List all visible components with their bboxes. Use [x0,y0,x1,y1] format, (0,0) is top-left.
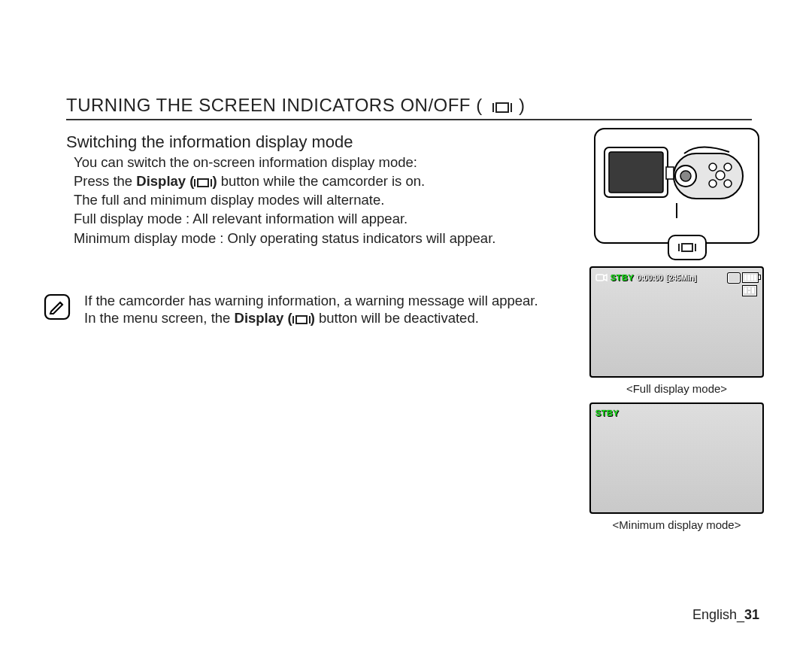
figure-column: STBY 0:00:00 [245Min] <Full display mode… [588,128,765,531]
display-icon [194,178,212,187]
display-icon [678,243,696,252]
body-line-2b: button while the camcorder is on. [221,173,425,189]
full-display-label: Full display mode [74,211,182,226]
display-label-a: Display ( [235,310,292,326]
note-line-1: If the camcorder has warning information… [84,292,538,309]
manual-page: TURNING THE SCREEN INDICATORS ON/OFF ( )… [0,0,812,653]
min-display-row: Minimum display mode : Only operating st… [74,229,555,247]
display-label-a: Display ( [136,173,194,189]
body-block: You can switch the on-screen information… [74,153,555,247]
remaining-time: [245Min] [666,274,697,282]
svg-point-7 [724,180,732,187]
body-line-2: Press the Display () button while the ca… [74,172,555,190]
note-line-2a: In the menu screen, the [84,310,235,326]
full-display-screen: STBY 0:00:00 [245Min] [589,266,764,378]
body-line-1: You can switch the on-screen information… [74,153,555,171]
note-line-2b: button will be deactivated. [319,310,479,326]
camera-mode-icon [595,272,607,283]
section-heading: TURNING THE SCREEN INDICATORS ON/OFF ( ) [66,95,526,116]
display-button-label: Display () [136,173,220,189]
display-label-b: ) [212,173,217,189]
display-icon [492,102,512,113]
page-footer: English_31 [692,607,759,623]
note-line-2: In the menu screen, the Display () butto… [84,309,538,326]
pencil-note-icon [44,293,71,320]
screen-status-row: STBY [595,409,758,418]
svg-rect-0 [45,295,69,319]
full-display-caption: <Full display mode> [626,382,727,395]
svg-point-6 [709,180,717,187]
battery-icon [743,273,758,282]
svg-point-4 [709,163,717,171]
body-line-3: The full and minimum display modes will … [74,191,555,208]
svg-rect-13 [596,275,604,281]
svg-point-3 [680,171,691,181]
display-icon [292,315,311,324]
display-button-callout [668,235,707,260]
full-display-desc: All relevant information will appear. [192,211,408,226]
display-label-b: ) [311,310,315,326]
svg-rect-11 [666,167,674,179]
camcorder-illustration [594,128,759,244]
footer-page-number: 31 [744,607,759,622]
thumbnail-grid-icon [743,286,756,296]
svg-rect-10 [609,152,663,193]
elapsed-time: 0:00:00 [637,274,662,282]
screen-status-row: STBY 0:00:00 [245Min] [595,272,758,283]
min-display-desc: Only operating status indicators will ap… [228,230,496,246]
full-display-row: Full display mode : All relevant informa… [74,210,555,227]
sep: : [216,230,227,246]
heading-text-a: TURNING THE SCREEN INDICATORS ON/OFF ( [66,95,483,115]
note-icon [44,293,71,323]
stby-indicator: STBY [595,409,619,418]
minimum-display-caption: <Minimum display mode> [613,518,741,531]
minimum-display-screen: STBY [589,402,764,514]
footer-lang: English [692,607,737,622]
display-button-label: Display () [235,310,319,326]
heading-text-b: ) [519,95,526,115]
body-line-2a: Press the [74,173,136,189]
sep: : [182,211,192,226]
svg-point-5 [724,163,732,171]
section-heading-row: TURNING THE SCREEN INDICATORS ON/OFF ( ) [66,95,752,120]
min-display-label: Minimum display mode [74,230,216,246]
memory-card-icon [728,273,740,283]
camcorder-svg [601,137,752,220]
svg-point-8 [716,171,725,180]
footer-sep: _ [737,607,744,622]
stby-indicator: STBY [611,273,634,282]
note-text: If the camcorder has warning information… [84,292,538,326]
